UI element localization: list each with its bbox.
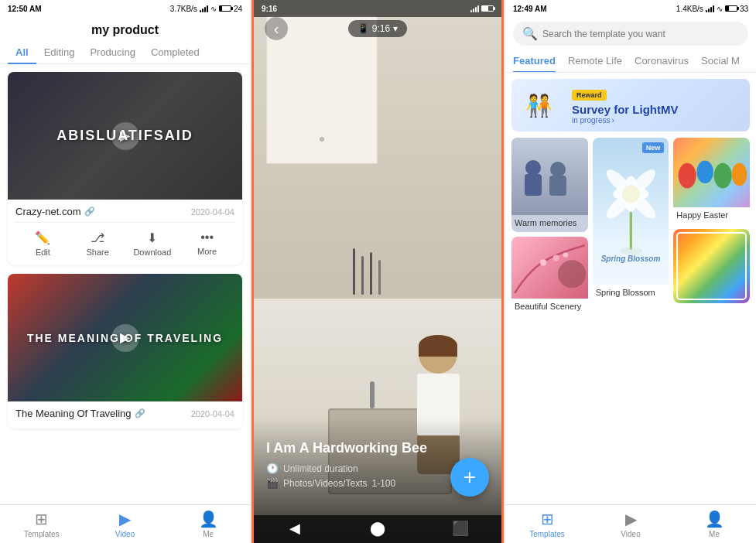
warm-thumb bbox=[511, 138, 588, 215]
nav-me[interactable]: 👤 Me bbox=[166, 510, 250, 538]
scenery-card[interactable]: Beautiful Scenery bbox=[511, 237, 588, 316]
cat-social[interactable]: Social M bbox=[701, 52, 740, 73]
download-icon: ⬇ bbox=[147, 231, 157, 245]
svg-rect-0 bbox=[525, 174, 542, 196]
clock-icon: 🕐 bbox=[266, 463, 279, 474]
time-pill: 📱 9:16 ▾ bbox=[348, 20, 407, 37]
left-tabs: All Editing Producing Completed bbox=[0, 42, 250, 64]
tab-completed[interactable]: Completed bbox=[143, 42, 207, 64]
middle-bottom-nav: ◀ ⬤ ⬛ bbox=[254, 515, 501, 543]
middle-nav-back[interactable]: ◀ bbox=[254, 520, 337, 537]
link-icon-1: 🔗 bbox=[84, 207, 95, 217]
duration-text: Unlimited duration bbox=[283, 463, 358, 474]
left-header: my product bbox=[0, 17, 250, 42]
project-actions-1: ✏️ Edit ⎇ Share ⬇ Download ••• More bbox=[15, 222, 234, 260]
media-text: Photos/Videos/Texts bbox=[283, 478, 368, 489]
right-status-bar: 12:49 AM 1.4KB/s ∿ 33 bbox=[505, 0, 756, 17]
right-battery-pct: 33 bbox=[740, 5, 748, 13]
easter-label: Happy Easter bbox=[673, 207, 750, 224]
svg-point-5 bbox=[540, 259, 546, 265]
download-button-1[interactable]: ⬇ Download bbox=[125, 227, 180, 260]
project-name-row-2: The Meaning Of Traveling 🔗 2020-04-04 bbox=[15, 408, 234, 419]
tab-editing[interactable]: Editing bbox=[36, 42, 83, 64]
easter-card[interactable]: Happy Easter bbox=[673, 138, 750, 224]
middle-nav-square[interactable]: ⬛ bbox=[419, 520, 501, 537]
templates-grid: Warm memories Beautiful Scenery New bbox=[511, 138, 750, 316]
media-icon: 🎬 bbox=[266, 477, 279, 489]
right-nav-templates[interactable]: ⊞ Templates bbox=[505, 510, 589, 538]
nav-video[interactable]: ▶ Video bbox=[84, 510, 167, 538]
svg-rect-2 bbox=[549, 176, 566, 196]
warm-memories-card[interactable]: Warm memories bbox=[511, 138, 588, 232]
cat-remote[interactable]: Remote Life bbox=[568, 52, 622, 73]
left-battery bbox=[219, 5, 231, 12]
project-name-1: Crazy-net.com 🔗 bbox=[15, 206, 95, 217]
left-battery-pct: 24 bbox=[234, 5, 242, 13]
time-display: 9:16 bbox=[372, 23, 390, 34]
right-bottom-nav: ⊞ Templates ▶ Video 👤 Me bbox=[505, 504, 756, 543]
fab-button[interactable]: + bbox=[450, 458, 489, 497]
me-icon: 👤 bbox=[199, 510, 218, 528]
thumb-text-1: ABISLUATIFSAID bbox=[56, 128, 193, 144]
right-signal bbox=[706, 5, 714, 12]
right-nav-me[interactable]: 👤 Me bbox=[672, 510, 756, 538]
svg-point-6 bbox=[552, 255, 559, 261]
left-status-right: 3.7KB/s ∿ 24 bbox=[170, 5, 242, 13]
col1: Warm memories Beautiful Scenery bbox=[511, 138, 588, 316]
nav-home-icon: ⬤ bbox=[370, 520, 385, 537]
cat-featured[interactable]: Featured bbox=[513, 52, 556, 73]
middle-nav-home[interactable]: ⬤ bbox=[337, 520, 419, 537]
project-thumbnail-2[interactable]: ▶ THE MEANING OF TRAVELING bbox=[8, 274, 242, 401]
middle-title: I Am A Hardworking Bee bbox=[266, 440, 489, 456]
tab-producing[interactable]: Producing bbox=[82, 42, 143, 64]
project-date-1: 2020-04-04 bbox=[191, 207, 234, 217]
spring-svg bbox=[593, 138, 669, 285]
child-hair bbox=[419, 335, 457, 357]
spring-card[interactable]: New bbox=[593, 138, 669, 302]
nav-templates[interactable]: ⊞ Templates bbox=[0, 510, 84, 538]
right-nav-video[interactable]: ▶ Video bbox=[589, 510, 672, 538]
survey-illustration: 🧑‍🤝‍🧑 bbox=[511, 79, 566, 131]
left-status-bar: 12:50 AM 3.7KB/s ∿ 24 bbox=[0, 0, 250, 17]
more-button-1[interactable]: ••• More bbox=[180, 227, 234, 260]
search-bar[interactable]: 🔍 bbox=[513, 22, 748, 46]
colorful-thumb bbox=[673, 229, 750, 303]
edit-icon: ✏️ bbox=[35, 231, 50, 245]
middle-status-icons bbox=[470, 5, 494, 12]
right-templates-icon: ⊞ bbox=[541, 510, 554, 528]
warm-label: Warm memories bbox=[511, 215, 588, 232]
project-thumbnail-1[interactable]: ▶ ABISLUATIFSAID bbox=[8, 72, 242, 200]
tab-all[interactable]: All bbox=[8, 42, 36, 64]
colorful-card[interactable] bbox=[673, 229, 750, 303]
project-info-2: The Meaning Of Traveling 🔗 2020-04-04 bbox=[8, 401, 242, 429]
right-me-icon: 👤 bbox=[705, 510, 724, 528]
project-list: ▶ ABISLUATIFSAID Crazy-net.com 🔗 2020-04… bbox=[0, 64, 250, 504]
faucet bbox=[370, 381, 375, 408]
survey-text: Reward Survey for LightMV in progress › bbox=[566, 82, 750, 129]
device-icon: 📱 bbox=[357, 23, 369, 34]
video-icon: ▶ bbox=[119, 510, 131, 528]
col3: Happy Easter bbox=[673, 138, 750, 316]
project-name-2: The Meaning Of Traveling 🔗 bbox=[15, 408, 145, 419]
selected-border bbox=[676, 232, 747, 300]
spring-text: Spring Blossom bbox=[601, 254, 661, 263]
right-speed: 1.4KB/s bbox=[676, 5, 703, 13]
cat-coronavirus[interactable]: Coronavirus bbox=[635, 52, 689, 73]
templates-icon: ⊞ bbox=[35, 510, 48, 528]
svg-point-3 bbox=[550, 162, 566, 177]
kitchen-upper bbox=[254, 0, 501, 299]
left-time: 12:50 AM bbox=[8, 5, 42, 13]
right-video-icon: ▶ bbox=[625, 510, 637, 528]
project-name-row-1: Crazy-net.com 🔗 2020-04-04 bbox=[15, 206, 234, 217]
search-input[interactable] bbox=[542, 29, 739, 39]
share-button-1[interactable]: ⎇ Share bbox=[70, 227, 125, 260]
survey-banner[interactable]: 🧑‍🤝‍🧑 Reward Survey for LightMV in progr… bbox=[511, 79, 750, 131]
col2: New bbox=[593, 138, 669, 316]
middle-panel: 9:16 bbox=[251, 0, 504, 543]
middle-signal bbox=[470, 5, 479, 12]
svg-point-7 bbox=[563, 252, 569, 258]
edit-button-1[interactable]: ✏️ Edit bbox=[15, 227, 70, 260]
project-card: ▶ ABISLUATIFSAID Crazy-net.com 🔗 2020-04… bbox=[8, 72, 242, 265]
svg-point-20 bbox=[732, 163, 747, 186]
back-button[interactable]: ‹ bbox=[265, 17, 288, 40]
